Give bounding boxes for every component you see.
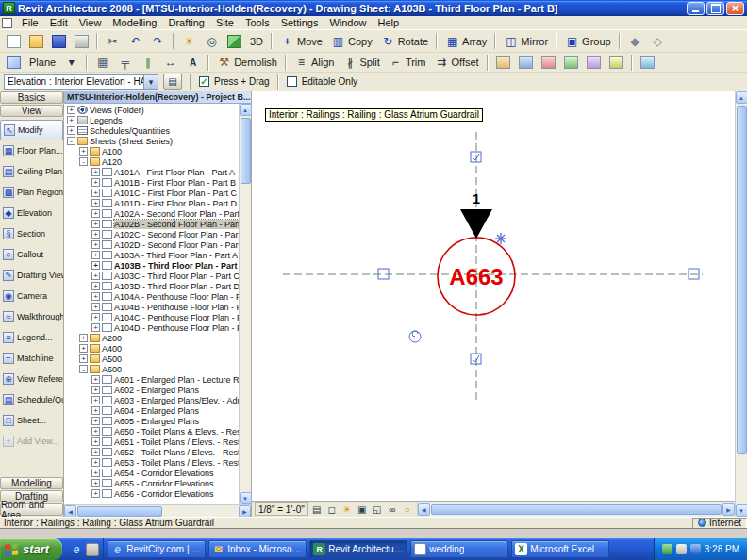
task-excel[interactable]: Microsoft Excel xyxy=(511,540,609,558)
tree-expander[interactable]: + xyxy=(91,386,100,394)
tree-item[interactable]: + A101C - First Floor Plan - Part C xyxy=(64,188,239,198)
tree-expander[interactable]: + xyxy=(91,292,100,301)
rotate-button[interactable]: Rotate xyxy=(377,33,432,50)
tree-expander[interactable]: + xyxy=(67,126,75,135)
undo-button[interactable] xyxy=(124,33,146,50)
align-button[interactable]: Align xyxy=(290,54,338,71)
tree-item[interactable]: + A103A - Third Floor Plan - Part A xyxy=(64,250,239,260)
properties-button[interactable] xyxy=(163,74,182,90)
crop-region-icon[interactable] xyxy=(356,502,369,516)
array-button[interactable]: Array xyxy=(441,33,490,50)
tree-expander[interactable]: + xyxy=(91,240,100,249)
tree-expander[interactable]: + xyxy=(91,189,100,197)
tree-item[interactable]: + A102A - Second Floor Plan - Part A xyxy=(64,208,239,219)
minimize-button[interactable] xyxy=(687,2,705,15)
zoom-button[interactable] xyxy=(201,33,223,50)
tree-item[interactable]: + A104B - Penthouse Floor Plan - Part B xyxy=(64,302,239,312)
tree-expander[interactable]: + xyxy=(91,489,100,498)
tree-item-a102b[interactable]: + A102B - Second Floor Plan - Part B xyxy=(64,219,239,229)
tree-expander[interactable]: + xyxy=(91,251,100,259)
tree-expander[interactable]: + xyxy=(91,375,100,384)
scroll-down-button[interactable] xyxy=(736,504,747,517)
scrollbar-track[interactable] xyxy=(76,505,239,518)
spot-dimension-button[interactable] xyxy=(606,54,627,71)
tool-ceiling-plan[interactable]: Ceiling Plan... xyxy=(0,161,63,182)
tool-add-view[interactable]: Add View... xyxy=(0,431,63,452)
tree-expander[interactable]: + xyxy=(91,199,100,207)
tree-expander[interactable]: - xyxy=(79,157,88,166)
redo-button[interactable] xyxy=(147,33,169,50)
tree-item[interactable]: + A601 - Enlarged Plan - Lecture Room 10 xyxy=(64,374,239,385)
elevation-marker-triangle[interactable] xyxy=(460,209,492,239)
tool-floor-plan[interactable]: Floor Plan... xyxy=(0,140,63,161)
scrollbar-track[interactable] xyxy=(430,503,722,516)
tab-room-and-area[interactable]: Room and Area xyxy=(0,503,63,516)
tree-expander[interactable]: + xyxy=(91,261,100,270)
tool-matchline[interactable]: Matchline xyxy=(0,348,63,369)
tree-item[interactable]: + A101B - First Floor Plan - Part B xyxy=(64,177,239,188)
shadows-icon[interactable] xyxy=(340,502,354,516)
scrollbar-thumb[interactable] xyxy=(77,506,162,517)
tree-item[interactable]: + A604 - Enlarged Plans xyxy=(64,405,239,416)
scroll-left-button[interactable] xyxy=(64,505,76,518)
menu-item[interactable]: Window xyxy=(324,17,372,28)
model-graphics-style-icon[interactable] xyxy=(325,502,339,516)
tool-callout[interactable]: Callout xyxy=(0,244,63,265)
move-button[interactable]: Move xyxy=(276,33,326,50)
dynamic-view-button[interactable] xyxy=(224,33,245,50)
menu-item[interactable]: Drafting xyxy=(162,17,210,28)
canvas-horizontal-scrollbar[interactable] xyxy=(417,502,735,517)
dropdown-arrow-icon[interactable] xyxy=(143,75,158,89)
tree-expander[interactable]: + xyxy=(91,417,100,425)
unpin-button[interactable] xyxy=(647,33,669,50)
menu-item[interactable]: Settings xyxy=(275,17,324,28)
tree-expander[interactable]: + xyxy=(91,427,100,436)
tree-expander[interactable]: + xyxy=(91,313,100,321)
tree-item[interactable]: + A656 - Corridor Elevations xyxy=(64,488,239,499)
tool-sheet[interactable]: Sheet... xyxy=(0,410,63,431)
tree-expander[interactable]: - xyxy=(67,137,75,145)
new-button[interactable] xyxy=(3,33,25,50)
scrollbar-thumb[interactable] xyxy=(241,118,251,184)
view-scale[interactable]: 1/8" = 1'-0" xyxy=(255,502,308,516)
start-button[interactable]: start xyxy=(0,538,62,560)
tree-expander[interactable]: + xyxy=(91,220,100,228)
tree-item[interactable]: + A200 xyxy=(64,333,239,343)
offset-button[interactable]: Offset xyxy=(430,54,482,71)
pin-button[interactable] xyxy=(624,33,646,50)
tree-item[interactable]: + A650 - Toilet Plans & Elevs. - Restroo… xyxy=(64,426,239,436)
tree-item[interactable]: + A654 - Corridor Elevations xyxy=(64,468,239,478)
temporary-hide-icon[interactable] xyxy=(386,502,399,516)
tree-item[interactable]: + A100 xyxy=(64,146,239,156)
tree-item[interactable]: + A101D - First Floor Plan - Part D xyxy=(64,198,239,208)
3d-view-button[interactable]: 3D xyxy=(246,34,267,49)
tool-section[interactable]: Section xyxy=(0,223,63,244)
level-button[interactable] xyxy=(114,54,136,71)
tree-item[interactable]: + A102D - Second Floor Plan - Part D xyxy=(64,239,239,250)
tool-schedule[interactable]: Schedule/Quan xyxy=(0,389,63,410)
copy-button[interactable]: Copy xyxy=(327,33,376,50)
detach-button[interactable] xyxy=(515,54,537,71)
scrollbar-thumb[interactable] xyxy=(737,106,747,454)
linework-button[interactable] xyxy=(560,54,582,71)
mirror-button[interactable]: Mirror xyxy=(500,33,552,50)
match-type-button[interactable] xyxy=(637,54,658,71)
plane-dropdown[interactable] xyxy=(60,54,82,71)
task-wedding[interactable]: wedding xyxy=(410,540,508,558)
tree-item[interactable]: + A104D - Penthouse Floor Plan - Part D xyxy=(64,322,239,333)
tree-expander[interactable]: + xyxy=(91,448,100,456)
tool-drafting-view[interactable]: Drafting View... xyxy=(0,265,63,286)
tree-expander[interactable]: + xyxy=(79,147,88,156)
task-revitcity[interactable]: RevitCity.com | disap... xyxy=(108,540,206,558)
maximize-button[interactable] xyxy=(706,2,724,15)
tree-item[interactable]: + A605 - Enlarged Plans xyxy=(64,416,239,426)
scroll-left-button[interactable] xyxy=(418,503,430,516)
tree-expander[interactable]: + xyxy=(79,354,88,363)
trim-button[interactable]: Trim xyxy=(385,54,430,71)
tree-expander[interactable]: + xyxy=(91,458,100,467)
tool-plan-region[interactable]: Plan Region xyxy=(0,182,63,203)
group-button[interactable]: Group xyxy=(561,33,615,50)
tree-expander[interactable]: + xyxy=(67,116,75,124)
menu-item[interactable]: Modelling xyxy=(107,17,162,28)
tree-expander[interactable]: + xyxy=(91,479,100,487)
